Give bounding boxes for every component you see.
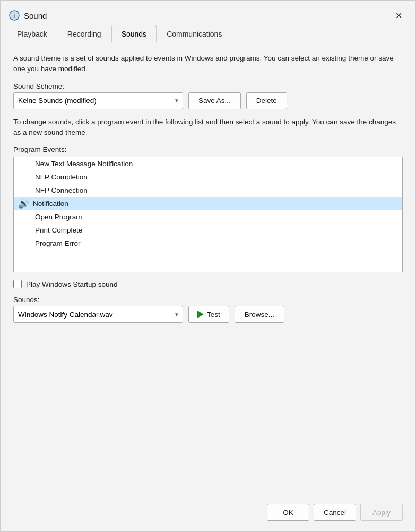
sounds-label: Sounds: — [13, 296, 403, 304]
tab-sounds[interactable]: Sounds — [111, 25, 157, 42]
title-bar: ♪ Sound ✕ — [1, 1, 415, 25]
open-program-label: Open Program — [35, 213, 82, 221]
scheme-section: Sound Scheme: Keine Sounds (modified) ▾ … — [13, 82, 403, 109]
instruction-text: To change sounds, click a program event … — [13, 117, 403, 139]
events-label: Program Events: — [13, 145, 403, 153]
apply-button[interactable]: Apply — [360, 504, 403, 521]
list-item[interactable]: Print Complete — [14, 224, 402, 237]
delete-button[interactable]: Delete — [246, 92, 287, 109]
events-list[interactable]: New Text Message Notification NFP Comple… — [13, 157, 403, 272]
sounds-tab-content: A sound theme is a set of sounds applied… — [1, 42, 415, 497]
list-item[interactable]: Open Program — [14, 210, 402, 224]
list-item[interactable]: Program Error — [14, 237, 402, 250]
scheme-value: Keine Sounds (modified) — [18, 97, 97, 105]
sound-dialog: ♪ Sound ✕ Playback Recording Sounds Comm… — [0, 0, 416, 532]
scheme-dropdown[interactable]: Keine Sounds (modified) ▾ — [13, 92, 183, 109]
sounds-section: Sounds: Windows Notify Calendar.wav ▾ Te… — [13, 296, 403, 323]
close-button[interactable]: ✕ — [390, 7, 407, 24]
list-item[interactable]: NFP Connection — [14, 184, 402, 197]
startup-sound-label[interactable]: Play Windows Startup sound — [26, 280, 118, 288]
play-icon — [197, 311, 204, 318]
speaker-icon: 🔊 — [18, 198, 29, 209]
sounds-dropdown[interactable]: Windows Notify Calendar.wav ▾ — [13, 306, 183, 323]
nfp-connection-label: NFP Connection — [35, 186, 88, 194]
print-complete-label: Print Complete — [35, 226, 82, 234]
list-item-notification[interactable]: 🔊 Notification — [14, 197, 402, 210]
sounds-value: Windows Notify Calendar.wav — [18, 311, 113, 319]
tab-communications[interactable]: Communications — [157, 25, 232, 42]
events-list-inner: New Text Message Notification NFP Comple… — [14, 157, 402, 250]
program-error-label: Program Error — [35, 239, 81, 247]
cancel-button[interactable]: Cancel — [314, 504, 356, 521]
browse-button[interactable]: Browse... — [235, 306, 284, 323]
startup-sound-checkbox[interactable] — [13, 280, 22, 288]
chevron-down-icon: ▾ — [175, 97, 178, 104]
bottom-bar: OK Cancel Apply — [1, 497, 415, 531]
scheme-label: Sound Scheme: — [13, 82, 403, 90]
sounds-row: Windows Notify Calendar.wav ▾ Test Brows… — [13, 306, 403, 323]
nfp-completion-label: NFP Completion — [35, 173, 88, 181]
ok-button[interactable]: OK — [267, 504, 309, 521]
new-text-label: New Text Message Notification — [35, 160, 133, 168]
tab-bar: Playback Recording Sounds Communications — [1, 25, 415, 42]
tab-recording[interactable]: Recording — [57, 25, 111, 42]
notification-label: Notification — [33, 200, 68, 208]
description-text: A sound theme is a set of sounds applied… — [13, 53, 403, 75]
svg-text:♪: ♪ — [13, 12, 16, 20]
test-button[interactable]: Test — [188, 306, 229, 323]
save-as-button[interactable]: Save As... — [188, 92, 241, 109]
title-bar-left: ♪ Sound — [9, 10, 47, 21]
window-title: Sound — [24, 11, 47, 20]
test-label: Test — [207, 311, 220, 319]
list-item[interactable]: New Text Message Notification — [14, 157, 402, 170]
tab-playback[interactable]: Playback — [7, 25, 57, 42]
chevron-down-icon: ▾ — [175, 311, 178, 318]
startup-sound-row: Play Windows Startup sound — [13, 280, 403, 288]
events-section: Program Events: New Text Message Notific… — [13, 145, 403, 272]
scheme-row: Keine Sounds (modified) ▾ Save As... Del… — [13, 92, 403, 109]
list-item[interactable]: NFP Completion — [14, 170, 402, 184]
sound-icon: ♪ — [9, 10, 20, 21]
